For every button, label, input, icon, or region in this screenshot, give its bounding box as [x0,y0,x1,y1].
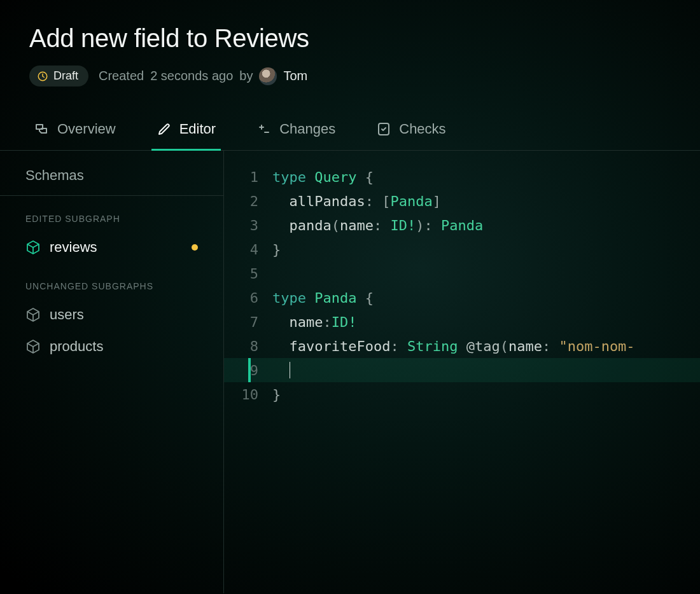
code-line[interactable]: 1type Query { [224,165,700,189]
code-content: } [272,387,700,403]
edited-subgraph-label: EDITED SUBGRAPH [0,196,223,231]
cube-icon [25,307,41,322]
unchanged-subgraphs-label: UNCHANGED SUBGRAPHS [0,263,223,299]
body: Schemas EDITED SUBGRAPH reviews UNCHANGE… [0,151,700,593]
code-content [272,362,700,379]
cube-icon [25,240,41,255]
diff-icon [256,121,272,137]
sidebar-title: Schemas [0,162,223,196]
line-number: 10 [224,387,272,403]
code-line[interactable]: 5 [224,261,700,286]
sidebar-item-reviews[interactable]: reviews [0,231,223,263]
tab-editor[interactable]: Editor [151,111,221,151]
created-by-label: by [239,69,253,83]
sidebar-item-label: users [50,307,84,323]
tab-overview-label: Overview [57,121,116,137]
clock-icon [37,71,48,82]
code-content: name:ID! [272,314,700,330]
sidebar-item-label: products [50,338,103,355]
line-number: 7 [224,314,272,330]
cube-icon [25,339,41,354]
tab-editor-label: Editor [179,121,216,137]
created-prefix: Created [99,69,144,83]
code-line[interactable]: 3 panda(name: ID!): Panda [224,213,700,237]
code-content: } [272,242,700,258]
code-editor[interactable]: 1type Query {2 allPandas: [Panda]3 panda… [224,151,700,593]
author-name: Tom [283,69,307,83]
code-line[interactable]: 6type Panda { [224,286,700,310]
overview-icon [34,121,50,137]
code-content [272,266,700,282]
line-number: 6 [224,290,272,306]
sidebar-item-label: reviews [50,239,97,256]
line-number: 8 [224,338,272,354]
status-badge: Draft [29,66,88,86]
code-content: favoriteFood: String @tag(name: "nom-nom… [272,338,700,354]
line-number: 2 [224,193,272,209]
line-number: 5 [224,266,272,282]
meta-row: Draft Created 2 seconds ago by Tom [29,66,671,86]
page-title: Add new field to Reviews [29,24,671,53]
tab-checks-label: Checks [399,121,445,137]
code-line[interactable]: 8 favoriteFood: String @tag(name: "nom-n… [224,334,700,358]
checks-icon [376,121,391,137]
line-number: 9 [224,363,272,378]
created-time: 2 seconds ago [150,69,233,83]
page-header: Add new field to Reviews Draft Created 2… [0,0,700,102]
code-line[interactable]: 9 [224,358,700,382]
tab-checks[interactable]: Checks [371,111,451,151]
code-line[interactable]: 7 name:ID! [224,310,700,334]
text-cursor [290,362,291,378]
code-content: allPandas: [Panda] [272,193,700,209]
tab-overview[interactable]: Overview [29,111,121,151]
status-badge-text: Draft [53,69,78,83]
tabs: Overview Editor Changes Checks [0,111,700,151]
tab-changes-label: Changes [279,121,335,137]
code-line[interactable]: 2 allPandas: [Panda] [224,189,700,213]
sidebar-item-products[interactable]: products [0,331,223,363]
code-content: type Query { [272,169,700,185]
code-content: type Panda { [272,290,700,306]
created-meta: Created 2 seconds ago by Tom [99,67,307,85]
code-line[interactable]: 10} [224,382,700,406]
code-content: panda(name: ID!): Panda [272,218,700,233]
line-number: 1 [224,169,272,185]
pencil-icon [157,121,172,137]
sidebar-item-users[interactable]: users [0,299,223,331]
dirty-indicator [192,244,198,251]
code-line[interactable]: 4} [224,237,700,261]
tab-changes[interactable]: Changes [251,111,340,151]
line-number: 3 [224,218,272,233]
sidebar: Schemas EDITED SUBGRAPH reviews UNCHANGE… [0,151,224,593]
line-number: 4 [224,242,272,258]
avatar [259,67,277,85]
